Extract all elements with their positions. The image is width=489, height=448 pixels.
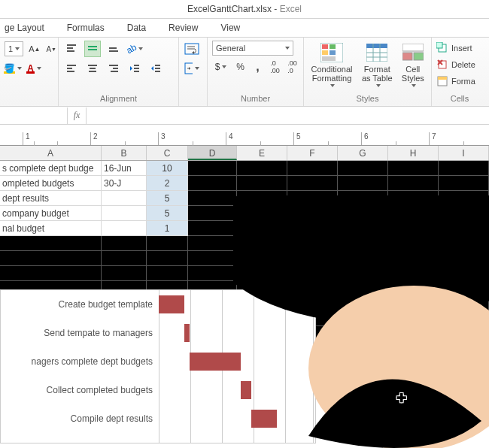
- cell[interactable]: [439, 251, 489, 266]
- cell[interactable]: [439, 236, 489, 251]
- cell[interactable]: [388, 206, 439, 221]
- cell[interactable]: [237, 176, 287, 191]
- cell[interactable]: [0, 266, 102, 281]
- cell[interactable]: [439, 281, 489, 296]
- col-I[interactable]: I: [439, 146, 489, 160]
- cell[interactable]: [338, 296, 388, 311]
- col-G[interactable]: G: [338, 146, 388, 160]
- cell[interactable]: 5: [147, 206, 188, 221]
- cell[interactable]: [388, 296, 439, 311]
- column-headers[interactable]: A B C D E F G H I: [0, 146, 489, 161]
- cell[interactable]: [338, 341, 388, 356]
- cell[interactable]: [338, 236, 388, 251]
- cell[interactable]: [188, 206, 237, 221]
- cell[interactable]: [439, 341, 489, 356]
- cell[interactable]: [0, 236, 102, 251]
- cell[interactable]: [188, 236, 237, 251]
- cell[interactable]: [237, 251, 287, 266]
- align-top-button[interactable]: [63, 41, 80, 57]
- cell[interactable]: 16-Jun: [102, 161, 147, 176]
- delete-cells-button[interactable]: Delete: [436, 57, 483, 72]
- cell[interactable]: [439, 356, 489, 371]
- cell[interactable]: [287, 176, 338, 191]
- cell[interactable]: s complete dept budge: [0, 161, 102, 176]
- tab-view[interactable]: View: [220, 23, 240, 33]
- decrease-decimal-button[interactable]: .00.0: [286, 59, 299, 75]
- cell[interactable]: [147, 251, 188, 266]
- orientation-button[interactable]: ab: [126, 41, 143, 57]
- cell[interactable]: [287, 236, 338, 251]
- format-as-table-button[interactable]: Format as Table: [360, 41, 395, 90]
- cell[interactable]: [388, 191, 439, 206]
- merge-center-button[interactable]: [184, 60, 200, 77]
- cell[interactable]: [237, 161, 287, 176]
- cell[interactable]: 1: [147, 221, 188, 236]
- cell[interactable]: [388, 356, 439, 371]
- cell[interactable]: [147, 266, 188, 281]
- cell[interactable]: 2: [147, 176, 188, 191]
- cell[interactable]: [388, 251, 439, 266]
- table-row[interactable]: [0, 251, 489, 266]
- cell[interactable]: nal budget: [0, 221, 102, 236]
- cell[interactable]: dept results: [0, 191, 102, 206]
- cell[interactable]: [388, 326, 439, 341]
- cell[interactable]: [338, 281, 388, 296]
- increase-indent-button[interactable]: [147, 60, 164, 77]
- font-size-input[interactable]: 1: [5, 41, 23, 56]
- tab-data[interactable]: Data: [127, 23, 146, 33]
- cell[interactable]: [237, 236, 287, 251]
- percent-format-button[interactable]: %: [234, 59, 247, 75]
- cell[interactable]: [287, 221, 338, 236]
- cell[interactable]: [388, 161, 439, 176]
- cell[interactable]: [338, 176, 388, 191]
- cell[interactable]: [188, 266, 237, 281]
- cell[interactable]: [102, 266, 147, 281]
- conditional-formatting-button[interactable]: Conditional Formatting: [308, 41, 355, 90]
- decrease-indent-button[interactable]: [126, 60, 143, 77]
- cell[interactable]: [388, 236, 439, 251]
- cell[interactable]: company budget: [0, 206, 102, 221]
- cell[interactable]: [388, 221, 439, 236]
- fill-color-button[interactable]: 🪣: [5, 60, 21, 77]
- cell[interactable]: [338, 356, 388, 371]
- align-middle-button[interactable]: [84, 41, 101, 57]
- increase-font-icon[interactable]: A▲: [28, 41, 41, 57]
- cell[interactable]: [439, 176, 489, 191]
- table-row[interactable]: dept results5: [0, 191, 489, 206]
- format-cells-button[interactable]: Forma: [436, 74, 483, 89]
- gantt-chart[interactable]: Create budget templateSend tempate to ma…: [0, 289, 316, 443]
- cell[interactable]: [439, 221, 489, 236]
- cell[interactable]: [388, 311, 439, 326]
- cell[interactable]: [102, 236, 147, 251]
- cell[interactable]: [338, 266, 388, 281]
- cell[interactable]: [102, 221, 147, 236]
- cell[interactable]: [439, 296, 489, 311]
- comma-format-button[interactable]: ,: [251, 59, 264, 75]
- decrease-font-icon[interactable]: A▼: [45, 41, 57, 57]
- col-B[interactable]: B: [102, 146, 147, 160]
- tab-formulas[interactable]: Formulas: [67, 23, 105, 33]
- cell[interactable]: [287, 191, 338, 206]
- tab-page-layout[interactable]: ge Layout: [5, 23, 44, 33]
- cell[interactable]: [388, 176, 439, 191]
- cell[interactable]: [237, 206, 287, 221]
- cell[interactable]: [188, 161, 237, 176]
- table-row[interactable]: s complete dept budge16-Jun10: [0, 161, 489, 176]
- cell[interactable]: [439, 206, 489, 221]
- cell[interactable]: [338, 206, 388, 221]
- cell[interactable]: [237, 266, 287, 281]
- cell[interactable]: [439, 191, 489, 206]
- col-C[interactable]: C: [147, 146, 188, 160]
- number-format-dropdown[interactable]: General: [212, 41, 293, 56]
- cell[interactable]: [188, 251, 237, 266]
- table-row[interactable]: nal budget1: [0, 221, 489, 236]
- cell[interactable]: [237, 221, 287, 236]
- cell[interactable]: [439, 161, 489, 176]
- cell[interactable]: [188, 191, 237, 206]
- cell[interactable]: [338, 191, 388, 206]
- formula-input[interactable]: [86, 107, 489, 124]
- cell[interactable]: [338, 221, 388, 236]
- cell[interactable]: [102, 191, 147, 206]
- cell[interactable]: [287, 251, 338, 266]
- table-row[interactable]: [0, 266, 489, 281]
